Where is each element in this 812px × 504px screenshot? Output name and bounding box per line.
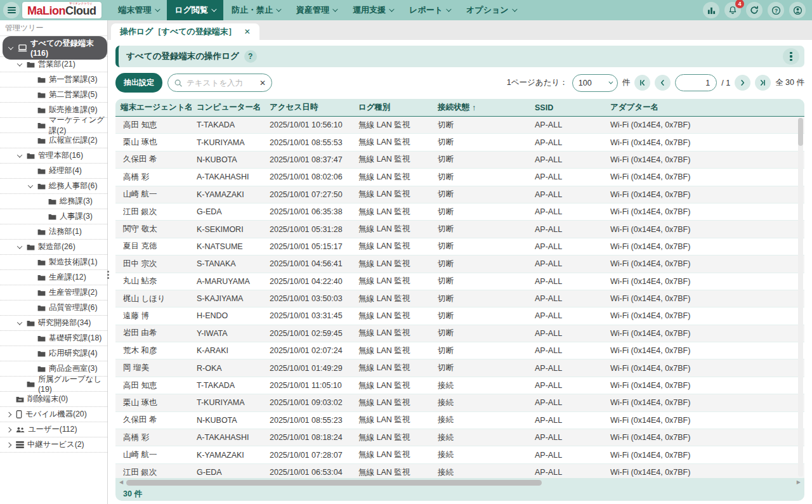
tree-item[interactable]: モバイル機器(20) xyxy=(0,407,107,422)
chevron-down-icon[interactable] xyxy=(7,46,15,50)
tree-item[interactable]: 総務人事部(6) xyxy=(0,179,107,194)
vertical-scrollbar-thumb[interactable] xyxy=(798,118,803,146)
prev-page-button[interactable] xyxy=(655,75,671,91)
cell-access-datetime: 2025/10/01 03:31:45 xyxy=(265,311,353,320)
table-row[interactable]: 岡 瑠美 R-OKA 2025/10/01 01:49:29 無線 LAN 監視… xyxy=(115,359,804,377)
horizontal-scrollbar[interactable]: ◀ ▶ xyxy=(115,478,804,487)
tree-item[interactable]: 広報宣伝課(2) xyxy=(0,133,107,148)
tree-item[interactable]: 所属グループなし(19) xyxy=(0,377,107,392)
chevron-down-icon[interactable] xyxy=(16,321,23,325)
column-header[interactable]: アダプター名 xyxy=(605,102,804,113)
table-row[interactable]: 栗山 琢也 T-KURIYAMA 2025/10/01 09:03:02 無線 … xyxy=(115,394,804,411)
column-header[interactable]: 端末エージェント名 xyxy=(115,102,192,113)
scroll-right-icon[interactable]: ▶ xyxy=(797,480,801,485)
scroll-left-icon[interactable]: ◀ xyxy=(119,480,123,485)
extract-settings-button[interactable]: 抽出設定 xyxy=(115,73,162,93)
table-row[interactable]: 江田 銀次 G-EDA 2025/10/01 06:53:04 無線 LAN 監… xyxy=(115,464,804,478)
table-row[interactable]: 丸山 鮎奈 A-MARUYAMA 2025/10/01 04:22:40 無線 … xyxy=(115,273,804,290)
search-clear-icon[interactable]: ✕ xyxy=(259,79,266,87)
per-page-unit: 件 xyxy=(622,77,631,88)
table-row[interactable]: 高田 知恵 T-TAKADA 2025/10/01 10:56:10 無線 LA… xyxy=(115,117,804,134)
chevron-down-icon[interactable] xyxy=(16,245,23,249)
tree-item[interactable]: 人事課(3) xyxy=(0,209,107,224)
table-row[interactable]: 荒木 和彦 K-ARAKI 2025/10/01 02:07:24 無線 LAN… xyxy=(115,342,804,359)
tree-item[interactable]: 第二営業課(5) xyxy=(0,87,107,103)
table-row[interactable]: 梶山 しほり S-KAJIYAMA 2025/10/01 03:50:03 無線… xyxy=(115,290,804,307)
column-header[interactable]: アクセス日時 xyxy=(265,102,353,113)
hamburger-menu-icon[interactable] xyxy=(3,2,20,18)
mobile-icon xyxy=(16,410,22,418)
tree-item[interactable]: 法務部(1) xyxy=(0,224,107,240)
per-page-select[interactable]: 100 xyxy=(572,74,618,92)
nav-item[interactable]: 運用支援 xyxy=(344,0,401,20)
chevron-down-icon[interactable] xyxy=(16,63,23,67)
chevron-right-icon[interactable] xyxy=(5,443,13,447)
tree-item[interactable]: 基礎研究課(18) xyxy=(0,331,107,346)
table-row[interactable]: 山崎 航一 K-YAMAZAKI 2025/10/01 07:28:07 無線 … xyxy=(115,446,804,463)
tab-operation-log[interactable]: 操作ログ［すべての登録端末］ ✕ xyxy=(111,23,259,40)
tree-item[interactable]: 製造部(26) xyxy=(0,240,107,255)
table-row[interactable]: 久保田 希 N-KUBOTA 2025/10/01 08:55:23 無線 LA… xyxy=(115,412,804,429)
tree-item[interactable]: 中継サービス(2) xyxy=(0,437,107,453)
chart-icon[interactable] xyxy=(703,2,719,18)
chevron-down-icon[interactable] xyxy=(16,154,23,158)
tree-item[interactable]: 第一営業課(3) xyxy=(0,72,107,87)
nav-item[interactable]: ログ閲覧 xyxy=(167,0,224,20)
table-row[interactable]: 関守 敬太 K-SEKIMORI 2025/10/01 05:31:28 無線 … xyxy=(115,221,804,238)
tree-item[interactable]: ユーザー(112) xyxy=(0,422,107,437)
column-header[interactable]: SSID xyxy=(530,103,605,112)
table-row[interactable]: 久保田 希 N-KUBOTA 2025/10/01 08:37:47 無線 LA… xyxy=(115,152,804,169)
tree-item[interactable]: 研究開発部(34) xyxy=(0,316,107,331)
tree-item[interactable]: 総務課(3) xyxy=(0,194,107,209)
column-header[interactable]: 接続状態 ↑ xyxy=(433,102,530,113)
page-number-input[interactable] xyxy=(675,74,717,91)
nav-item[interactable]: 資産管理 xyxy=(288,0,344,20)
table-row[interactable]: 山崎 航一 K-YAMAZAKI 2025/10/01 07:27:50 無線 … xyxy=(115,186,804,204)
chevron-down-icon[interactable] xyxy=(27,184,34,188)
table-row[interactable]: 岩田 由希 Y-IWATA 2025/10/01 02:59:45 無線 LAN… xyxy=(115,325,804,342)
tree-item-label: 人事課(3) xyxy=(60,211,93,222)
table-row[interactable]: 高田 知恵 T-TAKADA 2025/10/01 11:05:10 無線 LA… xyxy=(115,377,804,394)
first-page-button[interactable] xyxy=(634,75,650,91)
table-row[interactable]: 高橋 彩 A-TAKAHASHI 2025/10/01 08:18:24 無線 … xyxy=(115,429,804,446)
search-box: ✕ xyxy=(167,74,272,92)
panel-help-icon[interactable]: ? xyxy=(244,50,257,63)
tree-item[interactable]: 管理本部(16) xyxy=(0,148,107,164)
tree-item[interactable]: マーケティング課(2) xyxy=(0,118,107,133)
help-icon[interactable]: ? xyxy=(768,2,784,18)
tree-item[interactable]: 応用研究課(4) xyxy=(0,346,107,361)
table-row[interactable]: 江田 銀次 G-EDA 2025/10/01 06:35:38 無線 LAN 監… xyxy=(115,204,804,221)
column-header[interactable]: コンピューター名 xyxy=(192,102,265,113)
account-icon[interactable] xyxy=(789,2,806,18)
tree-item[interactable]: すべての登録端末(116) xyxy=(0,39,107,57)
horizontal-scrollbar-thumb[interactable] xyxy=(126,480,542,486)
next-page-button[interactable] xyxy=(735,75,750,91)
vertical-scrollbar[interactable] xyxy=(798,118,803,477)
tab-close-icon[interactable]: ✕ xyxy=(244,27,251,36)
nav-item[interactable]: オプション xyxy=(458,0,524,20)
nav-item[interactable]: 防止・禁止 xyxy=(223,0,288,20)
nav-item[interactable]: 端末管理 xyxy=(110,0,167,20)
search-input[interactable] xyxy=(187,79,256,87)
tree-item[interactable]: 生産課(12) xyxy=(0,270,107,285)
refresh-icon[interactable] xyxy=(746,2,763,18)
chevron-right-icon[interactable] xyxy=(5,428,13,432)
last-page-button[interactable] xyxy=(755,75,771,91)
table-row[interactable]: 田中 宗次 S-TANAKA 2025/10/01 04:56:41 無線 LA… xyxy=(115,255,804,273)
column-header[interactable]: ログ種別 xyxy=(353,102,433,113)
table-row[interactable]: 遠藤 博 H-ENDO 2025/10/01 03:31:45 無線 LAN 監… xyxy=(115,307,804,325)
tree-item[interactable]: 経理部(4) xyxy=(0,164,107,179)
chevron-right-icon[interactable] xyxy=(5,413,13,417)
cell-ssid: AP-ALL xyxy=(530,259,605,268)
table-row[interactable]: 夏目 克徳 K-NATSUME 2025/10/01 05:15:17 無線 L… xyxy=(115,238,804,255)
nav-item[interactable]: レポート xyxy=(401,0,458,20)
table-header-row: 端末エージェント名 コンピューター名 アクセス日時 xyxy=(115,99,804,117)
sidebar-resize-handle[interactable] xyxy=(107,271,109,279)
table-row[interactable]: 高橋 彩 A-TAKAHASHI 2025/10/01 08:02:06 無線 … xyxy=(115,169,804,186)
table-row[interactable]: 栗山 琢也 T-KURIYAMA 2025/10/01 08:55:53 無線 … xyxy=(115,134,804,151)
tree-item[interactable]: 生産管理課(2) xyxy=(0,285,107,300)
tree-item[interactable]: 製造技術課(1) xyxy=(0,255,107,270)
tree-item[interactable]: 品質管理課(6) xyxy=(0,300,107,316)
folder-icon xyxy=(37,290,46,296)
kebab-menu-icon[interactable] xyxy=(783,48,799,65)
